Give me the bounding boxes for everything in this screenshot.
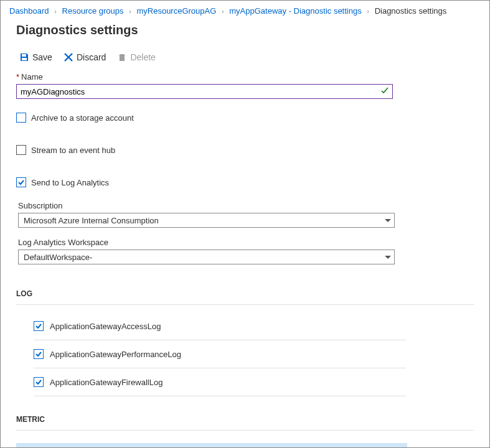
workspace-select[interactable]: DefaultWorkspace- [18, 250, 395, 264]
loganalytics-checkbox[interactable] [16, 177, 26, 187]
breadcrumb-current: Diagnostics settings [375, 6, 447, 16]
close-icon [64, 52, 73, 62]
discard-button[interactable]: Discard [64, 52, 106, 62]
trash-icon [117, 52, 127, 62]
subscription-select[interactable]: Microsoft Azure Internal Consumption [18, 213, 395, 228]
workspace-label: Log Analytics Workspace [18, 238, 474, 247]
checkmark-icon [381, 87, 389, 96]
name-input-wrap[interactable] [16, 84, 393, 99]
page-title: Diagnostics settings [1, 19, 489, 49]
chevron-right-icon: › [129, 7, 131, 15]
required-indicator: * [16, 72, 19, 82]
log-row: ApplicationGatewayFirewallLog [34, 368, 406, 396]
content-area: *Name Archive to a storage account Strea… [1, 68, 489, 448]
archive-checkbox-row: Archive to a storage account [16, 113, 474, 123]
delete-button: Delete [117, 52, 155, 62]
chevron-right-icon: › [54, 7, 57, 15]
workspace-value: DefaultWorkspace- [24, 253, 92, 262]
discard-button-label: Discard [77, 52, 106, 62]
chevron-down-icon [385, 256, 391, 259]
log-name: ApplicationGatewayFirewallLog [50, 378, 163, 387]
eventhub-checkbox[interactable] [16, 145, 26, 155]
chevron-right-icon: › [222, 7, 224, 15]
chevron-down-icon [385, 219, 391, 222]
breadcrumb-link[interactable]: myAppGateway - Diagnostic settings [229, 6, 361, 16]
log-row: ApplicationGatewayPerformanceLog [34, 340, 406, 368]
subscription-value: Microsoft Azure Internal Consumption [24, 216, 159, 225]
name-input[interactable] [21, 87, 381, 96]
eventhub-checkbox-row: Stream to an event hub [16, 145, 474, 155]
loganalytics-label: Send to Log Analytics [31, 178, 109, 187]
log-list: ApplicationGatewayAccessLog ApplicationG… [16, 312, 474, 396]
subscription-section: Subscription Microsoft Azure Internal Co… [16, 201, 474, 228]
name-label: *Name [16, 72, 474, 82]
metric-row[interactable]: AllMetrics [16, 443, 407, 448]
save-button[interactable]: Save [19, 52, 52, 62]
workspace-section: Log Analytics Workspace DefaultWorkspace… [16, 238, 474, 264]
chevron-right-icon: › [367, 7, 369, 15]
archive-label: Archive to a storage account [31, 113, 134, 123]
loganalytics-checkbox-row: Send to Log Analytics [16, 177, 474, 187]
metric-section-header: METRIC [16, 415, 474, 431]
eventhub-label: Stream to an event hub [31, 146, 115, 155]
save-icon [19, 52, 29, 62]
save-button-label: Save [32, 52, 52, 62]
log-name: ApplicationGatewayAccessLog [50, 322, 161, 331]
breadcrumb: Dashboard › Resource groups › myResource… [1, 1, 489, 19]
log-row: ApplicationGatewayAccessLog [34, 312, 406, 340]
breadcrumb-link[interactable]: Resource groups [62, 6, 124, 16]
breadcrumb-link[interactable]: myResourceGroupAG [136, 6, 216, 16]
log-section-header: LOG [16, 289, 474, 305]
log-name: ApplicationGatewayPerformanceLog [50, 350, 181, 359]
subscription-label: Subscription [18, 201, 474, 210]
delete-button-label: Delete [130, 52, 155, 62]
archive-checkbox[interactable] [16, 113, 26, 123]
log-checkbox[interactable] [34, 321, 44, 331]
log-checkbox[interactable] [34, 377, 44, 387]
breadcrumb-link[interactable]: Dashboard [9, 6, 49, 16]
toolbar: Save Discard Delete [1, 49, 489, 68]
log-checkbox[interactable] [34, 349, 44, 359]
